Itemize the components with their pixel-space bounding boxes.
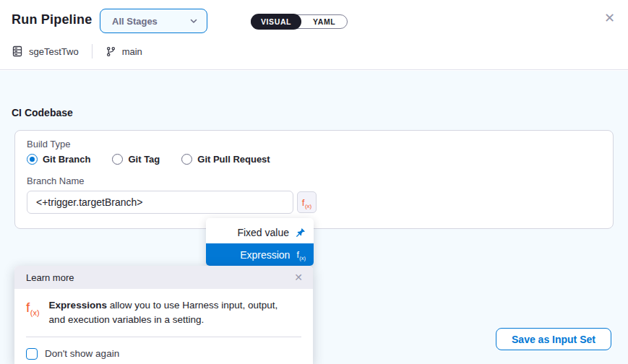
fx-icon: f(x) (296, 251, 306, 259)
branch-name: main (122, 46, 142, 57)
visual-yaml-toggle: VISUAL YAML (251, 14, 348, 29)
meta-divider (92, 44, 93, 58)
branch-name-input[interactable] (27, 191, 293, 214)
dont-show-again-row[interactable]: Don't show again (26, 348, 301, 360)
chevron-down-icon (189, 17, 198, 25)
save-as-input-set-button[interactable]: Save as Input Set (496, 328, 611, 350)
toggle-yaml[interactable]: YAML (301, 17, 347, 26)
repo-meta: sgeTestTwo (12, 46, 79, 57)
description-bold: Expressions (49, 300, 107, 311)
popover-body: f(x) Expressions allow you to use Harnes… (14, 289, 313, 360)
radio-git-pull-request[interactable]: Git Pull Request (181, 154, 270, 165)
radio-circle-selected[interactable] (27, 154, 38, 165)
stage-selector-value: All Stages (112, 16, 158, 27)
popover-close-icon[interactable]: ✕ (294, 272, 303, 282)
repository-icon (12, 46, 23, 57)
branch-meta: main (106, 46, 142, 57)
stage-selector-dropdown[interactable]: All Stages (100, 9, 207, 33)
menu-item-fixed-value[interactable]: Fixed value (206, 222, 314, 243)
popover-header: Learn more ✕ (14, 266, 313, 289)
build-type-radio-group: Git Branch Git Tag Git Pull Request (27, 154, 270, 165)
radio-circle[interactable] (181, 154, 192, 165)
menu-item-label: Fixed value (237, 227, 289, 238)
radio-label: Git Branch (43, 154, 90, 165)
fx-icon: f(x) (302, 198, 311, 207)
expression-description-row: f(x) Expressions allow you to use Harnes… (26, 298, 301, 328)
branch-name-label: Branch Name (27, 176, 84, 186)
expression-fx-button[interactable]: f(x) (297, 191, 317, 213)
radio-git-branch[interactable]: Git Branch (27, 154, 90, 165)
close-icon[interactable]: ✕ (601, 9, 618, 27)
pipeline-meta-row: sgeTestTwo main (12, 43, 142, 59)
value-type-menu: Fixed value Expression f(x) (206, 218, 314, 266)
dont-show-again-label: Don't show again (45, 348, 119, 359)
radio-label: Git Tag (128, 154, 160, 165)
modal-body: CI Codebase Build Type Git Branch Git Ta… (0, 71, 628, 364)
git-branch-icon (106, 46, 116, 57)
popover-title: Learn more (26, 272, 74, 283)
ci-codebase-card: Build Type Git Branch Git Tag Git Pull R… (14, 130, 614, 229)
fx-icon: f(x) (26, 300, 40, 314)
modal-header: Run Pipeline All Stages VISUAL YAML ✕ (0, 0, 628, 70)
learn-more-popover: Learn more ✕ f(x) Expressions allow you … (14, 266, 313, 364)
expression-description: Expressions allow you to use Harness inp… (49, 298, 291, 328)
pin-icon (296, 228, 306, 238)
radio-label: Git Pull Request (197, 154, 270, 165)
radio-git-tag[interactable]: Git Tag (112, 154, 160, 165)
popover-divider (26, 337, 301, 337)
toggle-visual[interactable]: VISUAL (251, 14, 301, 30)
run-pipeline-modal: Run Pipeline All Stages VISUAL YAML ✕ (0, 0, 628, 364)
ci-codebase-title: CI Codebase (12, 107, 73, 118)
menu-item-label: Expression (240, 249, 290, 261)
build-type-label: Build Type (27, 139, 70, 150)
page-title: Run Pipeline (12, 12, 92, 27)
radio-circle[interactable] (112, 154, 123, 165)
menu-item-expression[interactable]: Expression f(x) (206, 243, 314, 266)
dont-show-again-checkbox[interactable] (26, 348, 38, 360)
repo-name: sgeTestTwo (29, 46, 79, 57)
